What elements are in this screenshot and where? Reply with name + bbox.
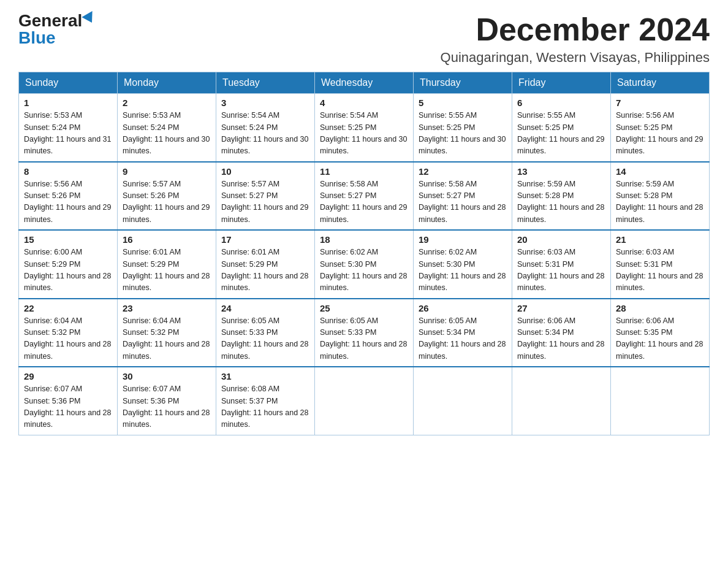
calendar-cell: 28 Sunrise: 6:06 AMSunset: 5:35 PMDaylig… xyxy=(611,299,710,367)
day-info: Sunrise: 6:02 AMSunset: 5:30 PMDaylight:… xyxy=(419,248,506,292)
day-number: 27 xyxy=(517,303,605,313)
day-info: Sunrise: 6:00 AMSunset: 5:29 PMDaylight:… xyxy=(24,248,111,292)
logo-general-text: General xyxy=(18,12,82,29)
weekday-header-tuesday: Tuesday xyxy=(216,72,315,94)
calendar-cell: 16 Sunrise: 6:01 AMSunset: 5:29 PMDaylig… xyxy=(118,230,216,299)
weekday-header-row: SundayMondayTuesdayWednesdayThursdayFrid… xyxy=(19,72,710,94)
day-number: 10 xyxy=(221,166,309,177)
calendar-cell: 17 Sunrise: 6:01 AMSunset: 5:29 PMDaylig… xyxy=(216,230,315,299)
day-info: Sunrise: 6:06 AMSunset: 5:34 PMDaylight:… xyxy=(517,316,604,361)
calendar-cell: 21 Sunrise: 6:03 AMSunset: 5:31 PMDaylig… xyxy=(611,230,710,299)
weekday-header-wednesday: Wednesday xyxy=(315,72,414,94)
calendar-cell xyxy=(512,367,611,435)
day-number: 19 xyxy=(419,234,507,245)
month-title: December 2024 xyxy=(441,12,710,47)
calendar-cell: 30 Sunrise: 6:07 AMSunset: 5:36 PMDaylig… xyxy=(118,367,216,435)
calendar-cell: 5 Sunrise: 5:55 AMSunset: 5:25 PMDayligh… xyxy=(414,94,512,162)
day-number: 23 xyxy=(123,303,211,313)
calendar-cell: 20 Sunrise: 6:03 AMSunset: 5:31 PMDaylig… xyxy=(512,230,611,299)
day-number: 6 xyxy=(517,98,605,108)
calendar-week-row: 8 Sunrise: 5:56 AMSunset: 5:26 PMDayligh… xyxy=(19,162,710,231)
day-info: Sunrise: 6:07 AMSunset: 5:36 PMDaylight:… xyxy=(24,385,111,429)
day-number: 18 xyxy=(320,234,408,245)
day-info: Sunrise: 5:57 AMSunset: 5:26 PMDaylight:… xyxy=(123,180,210,224)
day-info: Sunrise: 6:01 AMSunset: 5:29 PMDaylight:… xyxy=(123,248,210,292)
calendar-cell: 29 Sunrise: 6:07 AMSunset: 5:36 PMDaylig… xyxy=(19,367,118,435)
day-number: 17 xyxy=(221,234,309,245)
day-number: 28 xyxy=(616,303,704,313)
day-number: 29 xyxy=(24,371,112,381)
calendar-cell: 26 Sunrise: 6:05 AMSunset: 5:34 PMDaylig… xyxy=(414,299,512,367)
day-number: 12 xyxy=(419,166,507,177)
weekday-header-saturday: Saturday xyxy=(611,72,710,94)
day-info: Sunrise: 5:54 AMSunset: 5:25 PMDaylight:… xyxy=(320,111,407,155)
day-info: Sunrise: 6:03 AMSunset: 5:31 PMDaylight:… xyxy=(517,248,604,292)
day-info: Sunrise: 5:54 AMSunset: 5:24 PMDaylight:… xyxy=(221,111,308,155)
day-number: 4 xyxy=(320,98,408,108)
day-info: Sunrise: 6:04 AMSunset: 5:32 PMDaylight:… xyxy=(24,316,111,361)
day-number: 26 xyxy=(419,303,507,313)
calendar-cell: 18 Sunrise: 6:02 AMSunset: 5:30 PMDaylig… xyxy=(315,230,414,299)
weekday-header-thursday: Thursday xyxy=(414,72,512,94)
day-number: 11 xyxy=(320,166,408,177)
logo: General Blue xyxy=(18,12,96,47)
calendar-week-row: 22 Sunrise: 6:04 AMSunset: 5:32 PMDaylig… xyxy=(19,299,710,367)
day-info: Sunrise: 6:03 AMSunset: 5:31 PMDaylight:… xyxy=(616,248,703,292)
day-number: 25 xyxy=(320,303,408,313)
day-info: Sunrise: 5:53 AMSunset: 5:24 PMDaylight:… xyxy=(123,111,210,155)
day-info: Sunrise: 5:56 AMSunset: 5:25 PMDaylight:… xyxy=(616,111,703,155)
day-number: 21 xyxy=(616,234,704,245)
weekday-header-friday: Friday xyxy=(512,72,611,94)
title-area: December 2024 Quinagaringan, Western Vis… xyxy=(441,12,710,66)
day-info: Sunrise: 6:05 AMSunset: 5:34 PMDaylight:… xyxy=(419,316,506,361)
calendar-cell xyxy=(414,367,512,435)
day-info: Sunrise: 6:07 AMSunset: 5:36 PMDaylight:… xyxy=(123,385,210,429)
day-info: Sunrise: 5:56 AMSunset: 5:26 PMDaylight:… xyxy=(24,180,111,224)
day-number: 22 xyxy=(24,303,112,313)
day-info: Sunrise: 5:53 AMSunset: 5:24 PMDaylight:… xyxy=(24,111,111,155)
day-number: 2 xyxy=(123,98,211,108)
calendar-cell: 11 Sunrise: 5:58 AMSunset: 5:27 PMDaylig… xyxy=(315,162,414,231)
day-number: 7 xyxy=(616,98,704,108)
day-info: Sunrise: 6:01 AMSunset: 5:29 PMDaylight:… xyxy=(221,248,308,292)
page-header: General Blue December 2024 Quinagaringan… xyxy=(18,12,710,66)
calendar-cell xyxy=(315,367,414,435)
day-number: 24 xyxy=(221,303,309,313)
day-info: Sunrise: 5:57 AMSunset: 5:27 PMDaylight:… xyxy=(221,180,308,224)
logo-triangle-icon xyxy=(82,11,97,26)
day-info: Sunrise: 6:04 AMSunset: 5:32 PMDaylight:… xyxy=(123,316,210,361)
day-number: 13 xyxy=(517,166,605,177)
day-number: 20 xyxy=(517,234,605,245)
day-number: 8 xyxy=(24,166,112,177)
calendar-cell: 31 Sunrise: 6:08 AMSunset: 5:37 PMDaylig… xyxy=(216,367,315,435)
day-number: 5 xyxy=(419,98,507,108)
calendar-cell: 22 Sunrise: 6:04 AMSunset: 5:32 PMDaylig… xyxy=(19,299,118,367)
weekday-header-sunday: Sunday xyxy=(19,72,118,94)
calendar-cell: 4 Sunrise: 5:54 AMSunset: 5:25 PMDayligh… xyxy=(315,94,414,162)
day-number: 30 xyxy=(123,371,211,381)
logo-blue-text: Blue xyxy=(18,29,56,47)
day-info: Sunrise: 6:05 AMSunset: 5:33 PMDaylight:… xyxy=(221,316,308,361)
day-number: 31 xyxy=(221,371,309,381)
calendar-cell: 10 Sunrise: 5:57 AMSunset: 5:27 PMDaylig… xyxy=(216,162,315,231)
day-info: Sunrise: 5:55 AMSunset: 5:25 PMDaylight:… xyxy=(419,111,506,155)
calendar-cell: 19 Sunrise: 6:02 AMSunset: 5:30 PMDaylig… xyxy=(414,230,512,299)
calendar-cell: 9 Sunrise: 5:57 AMSunset: 5:26 PMDayligh… xyxy=(118,162,216,231)
calendar-cell: 1 Sunrise: 5:53 AMSunset: 5:24 PMDayligh… xyxy=(19,94,118,162)
calendar-cell: 7 Sunrise: 5:56 AMSunset: 5:25 PMDayligh… xyxy=(611,94,710,162)
calendar-cell: 2 Sunrise: 5:53 AMSunset: 5:24 PMDayligh… xyxy=(118,94,216,162)
day-info: Sunrise: 5:59 AMSunset: 5:28 PMDaylight:… xyxy=(616,180,703,224)
calendar-cell: 8 Sunrise: 5:56 AMSunset: 5:26 PMDayligh… xyxy=(19,162,118,231)
day-info: Sunrise: 6:06 AMSunset: 5:35 PMDaylight:… xyxy=(616,316,703,361)
calendar-cell: 24 Sunrise: 6:05 AMSunset: 5:33 PMDaylig… xyxy=(216,299,315,367)
calendar-cell: 12 Sunrise: 5:58 AMSunset: 5:27 PMDaylig… xyxy=(414,162,512,231)
calendar-cell: 3 Sunrise: 5:54 AMSunset: 5:24 PMDayligh… xyxy=(216,94,315,162)
day-info: Sunrise: 5:59 AMSunset: 5:28 PMDaylight:… xyxy=(517,180,604,224)
day-number: 1 xyxy=(24,98,112,108)
calendar-cell: 14 Sunrise: 5:59 AMSunset: 5:28 PMDaylig… xyxy=(611,162,710,231)
calendar-table: SundayMondayTuesdayWednesdayThursdayFrid… xyxy=(18,72,710,435)
weekday-header-monday: Monday xyxy=(118,72,216,94)
calendar-cell: 13 Sunrise: 5:59 AMSunset: 5:28 PMDaylig… xyxy=(512,162,611,231)
location-title: Quinagaringan, Western Visayas, Philippi… xyxy=(441,50,710,66)
calendar-cell: 23 Sunrise: 6:04 AMSunset: 5:32 PMDaylig… xyxy=(118,299,216,367)
